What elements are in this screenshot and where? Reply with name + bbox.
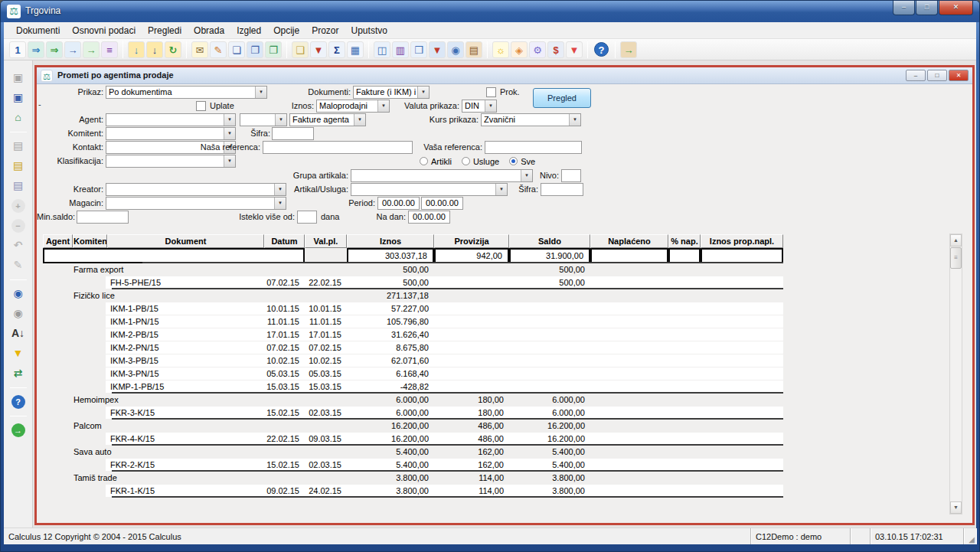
period-to-input[interactable]: 00.00.00: [421, 197, 463, 210]
sort-descending-icon[interactable]: ▼: [566, 41, 583, 58]
child-close-button[interactable]: ✕: [949, 70, 969, 81]
mail-icon[interactable]: ✉: [191, 41, 208, 58]
menu-item-osnovni-podaci[interactable]: Osnovni podaci: [66, 24, 142, 38]
column-header-pnap[interactable]: % nap.: [668, 234, 701, 248]
radio-usluge[interactable]: Usluge: [462, 157, 499, 166]
layout-columns-icon[interactable]: ◫: [374, 41, 390, 58]
table-row-doc[interactable]: IKM-2-PN/1507.02.1507.02.158.675,80: [43, 341, 783, 354]
grupa-artikala-select[interactable]: ▼: [351, 169, 533, 182]
nivo-input[interactable]: [561, 169, 581, 182]
window-search-icon[interactable]: ◉: [447, 41, 464, 58]
help-icon[interactable]: ?: [594, 42, 609, 57]
table-row-doc[interactable]: IKMP-1-PB/1515.03.1515.03.15-428,82: [43, 381, 783, 394]
radio-artikli[interactable]: Artikli: [420, 157, 452, 166]
save-as-icon[interactable]: ▣: [9, 90, 28, 106]
menu-item-uputstvo[interactable]: Uputstvo: [345, 24, 394, 38]
agent-select[interactable]: ▼: [106, 113, 236, 126]
find-next-icon[interactable]: ◉: [9, 305, 28, 322]
kreator-select[interactable]: ▼: [106, 183, 286, 196]
column-header-iznos[interactable]: Iznos: [347, 234, 434, 248]
pregled-button[interactable]: Pregled: [533, 88, 591, 108]
column-header-valpl[interactable]: Val.pl.: [305, 234, 347, 248]
window-filter-icon[interactable]: ▼: [429, 41, 446, 58]
menu-item-pregledi[interactable]: Pregledi: [142, 24, 188, 38]
table-row-doc[interactable]: IKM-3-PN/1505.03.1505.03.156.168,40: [43, 367, 783, 381]
journal-icon[interactable]: ▤: [466, 41, 482, 58]
sifra-artikla-input[interactable]: [541, 183, 583, 196]
undo-icon[interactable]: ↶: [9, 237, 28, 254]
isteklo-input[interactable]: [297, 211, 317, 224]
minimize-button[interactable]: –: [893, 1, 915, 15]
menu-item-prozor[interactable]: Prozor: [305, 24, 345, 38]
document-cabinet-blue-icon[interactable]: ❐: [247, 41, 263, 58]
period-from-input[interactable]: 00.00.00: [377, 197, 420, 210]
column-header-dokument[interactable]: Dokument: [107, 234, 264, 248]
close-button[interactable]: ✕: [939, 1, 973, 15]
klasifikacija-select[interactable]: ▼: [106, 155, 236, 168]
tag-icon[interactable]: ◈: [511, 41, 528, 58]
reload-document-icon[interactable]: ↻: [165, 41, 181, 58]
prikaz-select[interactable]: Po dokumentima ▼: [106, 86, 267, 99]
table-row-total[interactable]: 303.037,18942,0031.900,00: [43, 248, 783, 263]
komitent-select[interactable]: ▼: [106, 127, 236, 140]
lightbulb-icon[interactable]: ☼: [492, 41, 509, 58]
exit-icon[interactable]: →: [620, 41, 637, 58]
vasa-referenca-input[interactable]: [485, 141, 582, 154]
scrollbar-thumb[interactable]: ≡: [950, 247, 962, 269]
filter-document-icon[interactable]: ▼: [310, 41, 327, 58]
scroll-up-icon[interactable]: ▲: [950, 234, 962, 247]
valuta-prikaza-select[interactable]: DIN ▼: [462, 100, 497, 113]
scroll-down-icon[interactable]: ▼: [950, 501, 962, 514]
help-icon[interactable]: ?: [11, 395, 25, 409]
add-row-icon[interactable]: +: [11, 199, 25, 213]
edit-row-icon[interactable]: ✎: [9, 257, 28, 274]
table-row-doc[interactable]: FKR-2-K/1515.02.1502.03.155.400,00162,00…: [43, 459, 783, 472]
copy-pages-icon[interactable]: ❒: [410, 41, 427, 58]
resize-grip[interactable]: ◢: [964, 528, 976, 544]
table-row-doc[interactable]: IKM-1-PN/1511.01.1511.01.15105.796,80: [43, 315, 783, 328]
title-bar[interactable]: ⚖ Trgovina – □ ✕: [1, 1, 979, 22]
layout-grid-icon[interactable]: ▥: [392, 41, 409, 58]
save-icon[interactable]: ▣: [9, 70, 28, 87]
find-icon[interactable]: ◉: [9, 286, 28, 302]
child-minimize-button[interactable]: –: [906, 70, 926, 81]
child-title-bar[interactable]: ⚖ Prometi po agentima prodaje – □ ✕: [37, 67, 972, 84]
settings-gear-icon[interactable]: ⚙: [529, 41, 546, 58]
sifra-komitenta-input[interactable]: [272, 127, 314, 140]
export-document-icon[interactable]: ⇒: [46, 41, 63, 58]
calculator-grid-icon[interactable]: ▦: [347, 41, 364, 58]
column-header-saldo[interactable]: Saldo: [509, 234, 590, 248]
sort-az-icon[interactable]: A↓: [9, 325, 28, 342]
table-row-group[interactable]: Palcom16.200,00486,0016.200,00: [43, 420, 783, 433]
menu-item-obrada[interactable]: Obrada: [188, 24, 230, 38]
vertical-scrollbar[interactable]: ▲ ≡ ▼: [949, 234, 962, 514]
nasa-referenca-input[interactable]: [263, 141, 413, 154]
price-list-icon[interactable]: $: [547, 41, 564, 58]
table-row-group[interactable]: Farma export500,00500,00: [43, 263, 783, 276]
magacin-select[interactable]: ▼: [106, 197, 286, 210]
print-icon[interactable]: ▤: [9, 138, 28, 155]
forward-document-icon[interactable]: →: [83, 41, 100, 58]
remove-row-icon[interactable]: −: [11, 219, 25, 233]
table-row-group[interactable]: Tamiš trade3.800,00114,003.800,00: [43, 472, 783, 485]
sum-sigma-icon[interactable]: Σ: [328, 41, 345, 58]
menu-item-izgled[interactable]: Izgled: [230, 24, 267, 38]
import-document-icon[interactable]: ⇒: [28, 41, 44, 58]
filter-icon[interactable]: ▼: [9, 345, 28, 362]
column-header-komitent[interactable]: Komitent: [73, 234, 107, 248]
column-header-iznosprop[interactable]: Iznos prop.napl.: [701, 234, 783, 248]
table-row-doc[interactable]: FKR-3-K/1515.02.1502.03.156.000,00180,00…: [43, 407, 783, 420]
child-maximize-button[interactable]: □: [927, 70, 947, 81]
table-row-group[interactable]: Sava auto5.400,00162,005.400,00: [43, 446, 783, 459]
table-row-doc[interactable]: FH-5-PHE/1507.02.1522.02.15500,00500,00: [43, 276, 783, 289]
table-row-doc[interactable]: IKM-3-PB/1510.02.1510.02.1562.071,60: [43, 354, 783, 367]
table-row-doc[interactable]: IKM-2-PB/1517.01.1517.01.1531.626,40: [43, 328, 783, 341]
menu-item-dokumenti[interactable]: Dokumenti: [10, 24, 66, 38]
table-row-doc[interactable]: IKM-1-PB/1510.01.1510.01.1557.227,00: [43, 302, 783, 315]
column-header-provizija[interactable]: Provizija: [434, 234, 509, 248]
maximize-button[interactable]: □: [916, 1, 938, 15]
collapse-marker[interactable]: -: [38, 100, 41, 109]
export-data-icon[interactable]: ⌂: [9, 109, 28, 126]
radio-sve[interactable]: Sve: [509, 157, 535, 166]
uplate-checkbox[interactable]: [196, 101, 206, 111]
